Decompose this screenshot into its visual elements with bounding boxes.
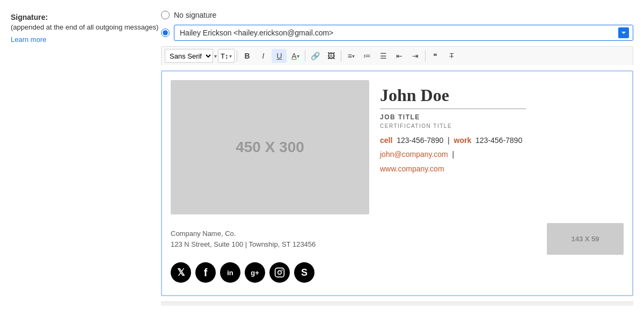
bullet-list-icon: ☰ — [380, 52, 387, 60]
image-icon: 🖼 — [327, 52, 335, 60]
no-signature-radio[interactable] — [161, 11, 170, 19]
twitter-icon[interactable]: 𝕏 — [171, 262, 191, 283]
chevron-font-icon: ▾ — [214, 53, 217, 59]
sig-left-col: 450 X 300 — [171, 80, 369, 214]
sig-email-row: john@company.com | — [380, 148, 624, 160]
clear-format-icon: T̶ — [450, 52, 453, 60]
signature-description: (appended at the end of all outgoing mes… — [11, 23, 161, 32]
sig-address-block: Company Name, Co. 123 N Street, Suite 10… — [171, 228, 316, 249]
font-color-button[interactable]: A ▾ — [288, 49, 303, 63]
svg-point-1 — [278, 271, 282, 275]
font-size-button[interactable]: T↕ ▾ — [218, 49, 235, 63]
large-image-placeholder: 450 X 300 — [171, 80, 369, 214]
learn-more-link[interactable]: Learn more — [11, 35, 46, 44]
insert-link-button[interactable]: 🔗 — [308, 49, 323, 63]
formatting-toolbar: Sans Serif ▾ T↕ ▾ B I U A ▾ 🔗 — [161, 46, 633, 65]
font-color-icon: A — [291, 52, 296, 60]
italic-button[interactable]: I — [255, 49, 270, 63]
sig-name: John Doe — [380, 85, 624, 105]
sig-website-row: www.company.com — [380, 163, 624, 175]
font-family-select[interactable]: Sans Serif — [165, 49, 213, 63]
toolbar-divider-2 — [305, 51, 305, 61]
sig-company-name: Company Name, Co. — [171, 228, 316, 239]
instagram-icon[interactable] — [269, 262, 290, 283]
underline-button[interactable]: U — [272, 49, 287, 63]
with-signature-radio[interactable] — [161, 28, 170, 37]
blockquote-button[interactable]: ❝ — [428, 49, 443, 63]
google-plus-icon[interactable]: g+ — [245, 262, 265, 283]
insert-image-button[interactable]: 🖼 — [324, 49, 339, 63]
linkedin-icon[interactable]: in — [220, 262, 240, 283]
email-select[interactable]: Hailey Erickson <hailey.erickson@gmail.c… — [174, 25, 633, 41]
bullet-list-button[interactable]: ☰ — [376, 49, 391, 63]
font-size-chevron-icon: ▾ — [229, 53, 232, 59]
signature-section-label: Signature: — [11, 13, 161, 21]
social-icons-row: 𝕏 f in g+ S — [171, 262, 624, 283]
no-signature-row: No signature — [161, 11, 633, 19]
signature-editor[interactable]: 450 X 300 John Doe JOB TITLE CERTIFICATI… — [161, 70, 633, 296]
small-image-placeholder: 143 X 59 — [547, 223, 624, 255]
sig-job-title: JOB TITLE — [380, 113, 624, 121]
sig-cert-title: CERTIFICATION TITLE — [380, 123, 624, 129]
align-chevron-icon: ▾ — [352, 53, 355, 59]
cell-phone: 123-456-7890 — [397, 136, 443, 145]
sig-divider — [380, 109, 526, 109]
indent-decrease-button[interactable]: ⇤ — [392, 49, 407, 63]
svg-point-2 — [282, 270, 282, 270]
right-panel: No signature Hailey Erickson <hailey.eri… — [161, 11, 633, 319]
font-size-icon: T↕ — [221, 52, 228, 60]
email-select-wrapper: Hailey Erickson <hailey.erickson@gmail.c… — [174, 25, 633, 41]
scrollbar-area[interactable] — [161, 302, 633, 306]
indent-increase-icon: ⇥ — [412, 52, 419, 60]
sig-address-line: 123 N Street, Suite 100 | Township, ST 1… — [171, 239, 316, 250]
sig-website-link[interactable]: www.company.com — [380, 164, 444, 173]
link-icon: 🔗 — [311, 52, 320, 60]
facebook-icon[interactable]: f — [195, 262, 216, 283]
bold-button[interactable]: B — [239, 49, 254, 63]
sig-right-col: John Doe JOB TITLE CERTIFICATION TITLE c… — [380, 80, 624, 177]
align-icon: ≡ — [348, 52, 352, 60]
sig-email-link[interactable]: john@company.com — [380, 150, 448, 159]
sig-content: 450 X 300 John Doe JOB TITLE CERTIFICATI… — [171, 80, 624, 214]
left-panel: Signature: (appended at the end of all o… — [11, 11, 161, 319]
toolbar-divider-3 — [341, 51, 341, 61]
toolbar-divider-1 — [237, 51, 237, 61]
font-color-chevron-icon: ▾ — [297, 53, 299, 59]
no-signature-label: No signature — [174, 11, 216, 19]
skype-icon[interactable]: S — [294, 262, 314, 283]
work-phone: 123-456-7890 — [475, 136, 522, 145]
numbered-list-icon: ≔ — [363, 52, 371, 60]
blockquote-icon: ❝ — [433, 52, 437, 60]
toolbar-divider-4 — [425, 51, 426, 61]
work-label: work — [454, 136, 472, 145]
numbered-list-button[interactable]: ≔ — [360, 49, 375, 63]
indent-decrease-icon: ⇤ — [396, 52, 402, 60]
svg-rect-0 — [275, 268, 284, 277]
email-selector-row: Hailey Erickson <hailey.erickson@gmail.c… — [161, 25, 633, 41]
indent-increase-button[interactable]: ⇥ — [408, 49, 423, 63]
sig-bottom-row: Company Name, Co. 123 N Street, Suite 10… — [171, 223, 624, 255]
cell-label: cell — [380, 136, 392, 145]
sig-phone-row: cell 123-456-7890 | work 123-456-7890 — [380, 134, 624, 146]
align-button[interactable]: ≡ ▾ — [343, 49, 358, 63]
clear-format-button[interactable]: T̶ — [444, 49, 459, 63]
